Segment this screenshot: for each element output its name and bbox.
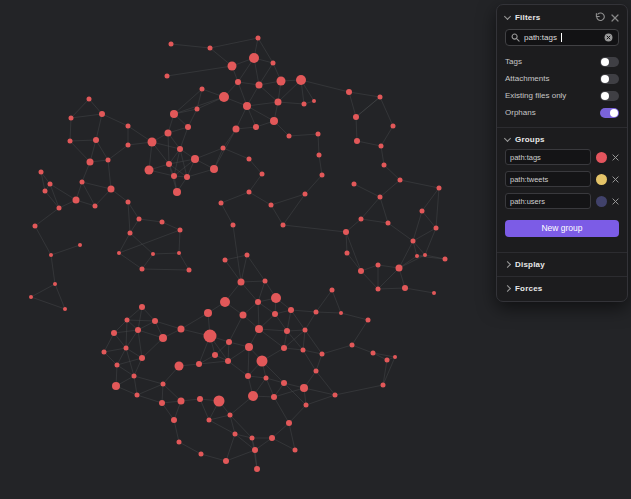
graph-node[interactable]	[378, 195, 383, 200]
graph-node[interactable]	[125, 318, 130, 323]
graph-node[interactable]	[233, 126, 240, 133]
graph-node[interactable]	[434, 226, 439, 231]
graph-node[interactable]	[249, 53, 259, 63]
graph-node[interactable]	[320, 352, 325, 357]
graph-node[interactable]	[345, 251, 350, 256]
graph-node[interactable]	[358, 268, 364, 274]
graph-node[interactable]	[191, 155, 199, 163]
graph-node[interactable]	[175, 362, 184, 371]
graph-node[interactable]	[210, 165, 218, 173]
graph-node[interactable]	[102, 350, 107, 355]
graph-node[interactable]	[178, 228, 183, 233]
graph-node[interactable]	[69, 116, 74, 121]
graph-node[interactable]	[228, 62, 237, 71]
graph-node[interactable]	[314, 369, 319, 374]
graph-node[interactable]	[219, 201, 224, 206]
graph-node[interactable]	[63, 307, 67, 311]
graph-node[interactable]	[152, 318, 158, 324]
display-section-header[interactable]: Display	[497, 253, 627, 276]
graph-node[interactable]	[220, 297, 230, 307]
forces-section-header[interactable]: Forces	[497, 277, 627, 300]
graph-node[interactable]	[184, 174, 190, 180]
graph-node[interactable]	[139, 355, 145, 361]
graph-node[interactable]	[385, 358, 390, 363]
graph-node[interactable]	[53, 282, 57, 286]
graph-node[interactable]	[171, 173, 177, 179]
graph-node[interactable]	[117, 251, 121, 255]
graph-node[interactable]	[39, 170, 44, 175]
graph-node[interactable]	[178, 326, 185, 333]
graph-node[interactable]	[386, 221, 391, 226]
graph-node[interactable]	[286, 420, 292, 426]
graph-node[interactable]	[272, 311, 278, 317]
graph-node[interactable]	[160, 220, 165, 225]
graph-node[interactable]	[124, 346, 129, 351]
attachments-toggle[interactable]	[600, 74, 619, 84]
graph-node[interactable]	[376, 287, 381, 292]
graph-node[interactable]	[207, 418, 212, 423]
graph-node[interactable]	[221, 146, 226, 151]
graph-node[interactable]	[411, 239, 416, 244]
graph-node[interactable]	[187, 268, 192, 273]
graph-node[interactable]	[317, 153, 322, 158]
graph-node[interactable]	[177, 251, 181, 255]
new-group-button[interactable]: New group	[505, 220, 619, 237]
graph-node[interactable]	[245, 343, 253, 351]
existing-files-only-toggle[interactable]	[600, 91, 619, 101]
filters-section-header[interactable]: Filters	[497, 5, 627, 28]
graph-node[interactable]	[423, 253, 427, 257]
graph-node[interactable]	[48, 182, 53, 187]
clear-search-icon[interactable]	[604, 33, 613, 42]
graph-node[interactable]	[135, 393, 140, 398]
graph-node[interactable]	[73, 197, 80, 204]
graph-node[interactable]	[443, 257, 448, 262]
graph-node[interactable]	[391, 124, 396, 129]
group-query-input-0[interactable]: path:tags	[505, 149, 591, 165]
graph-node[interactable]	[333, 393, 338, 398]
graph-node[interactable]	[171, 417, 177, 423]
reset-icon[interactable]	[594, 12, 605, 23]
graph-node[interactable]	[112, 382, 120, 390]
graph-node[interactable]	[281, 345, 287, 351]
graph-node[interactable]	[382, 163, 387, 168]
graph-node[interactable]	[169, 42, 174, 47]
graph-node[interactable]	[402, 285, 408, 291]
graph-node[interactable]	[208, 46, 213, 51]
graph-node[interactable]	[284, 328, 290, 334]
graph-node[interactable]	[43, 189, 48, 194]
graph-node[interactable]	[166, 161, 172, 167]
graph-node[interactable]	[371, 351, 376, 356]
graph-node[interactable]	[199, 452, 204, 457]
graph-node[interactable]	[225, 358, 231, 364]
graph-node[interactable]	[87, 97, 92, 102]
graph-node[interactable]	[245, 253, 250, 258]
graph-node[interactable]	[204, 309, 212, 317]
graph-node[interactable]	[281, 380, 287, 386]
graph-node[interactable]	[353, 114, 359, 120]
graph-node[interactable]	[185, 124, 191, 130]
graph-node[interactable]	[139, 304, 145, 310]
graph-node[interactable]	[49, 253, 53, 257]
graph-node[interactable]	[197, 396, 203, 402]
graph-node[interactable]	[115, 363, 120, 368]
graph-node[interactable]	[271, 293, 281, 303]
graph-node[interactable]	[29, 295, 33, 299]
graph-node[interactable]	[366, 318, 371, 323]
tags-toggle[interactable]	[600, 57, 619, 67]
graph-node[interactable]	[257, 356, 268, 367]
graph-node[interactable]	[271, 394, 277, 400]
graph-node[interactable]	[312, 99, 316, 103]
graph-node[interactable]	[99, 111, 105, 117]
graph-node[interactable]	[270, 117, 278, 125]
graph-node[interactable]	[231, 223, 236, 228]
graph-node[interactable]	[343, 229, 349, 235]
graph-node[interactable]	[159, 400, 165, 406]
group-query-input-2[interactable]: path:users	[505, 193, 591, 209]
graph-node[interactable]	[303, 328, 308, 333]
graph-node[interactable]	[379, 144, 384, 149]
graph-node[interactable]	[200, 87, 205, 92]
graph-node[interactable]	[196, 361, 202, 367]
graph-node[interactable]	[296, 75, 306, 85]
orphans-toggle[interactable]	[600, 108, 619, 118]
graph-node[interactable]	[219, 92, 229, 102]
